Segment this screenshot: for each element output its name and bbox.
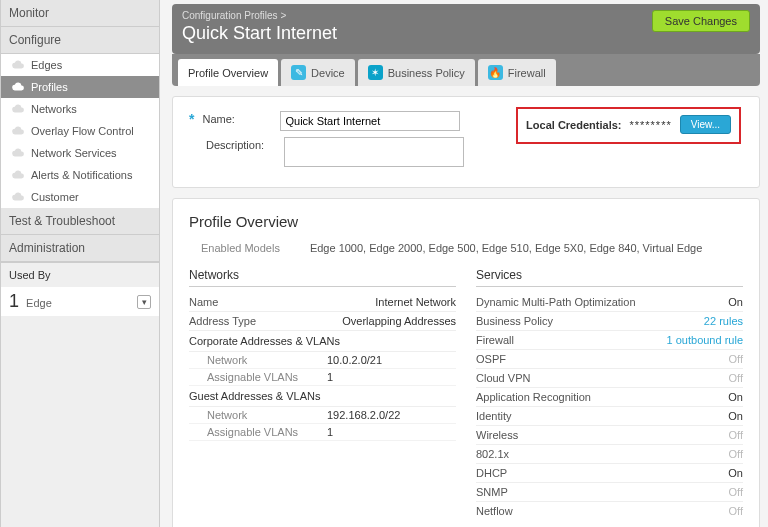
policy-icon: ✶	[368, 65, 383, 80]
service-key: Application Recognition	[476, 391, 591, 403]
header-bar: Configuration Profiles > Quick Start Int…	[172, 4, 760, 54]
addr-type-value: Overlapping Addresses	[342, 315, 456, 327]
left-nav: Monitor Configure Edges Profiles Network…	[0, 0, 160, 527]
service-row: Dynamic Multi-Path OptimizationOn	[476, 293, 743, 312]
services-title: Services	[476, 268, 743, 282]
local-credentials-box: Local Credentials: ******** View...	[516, 107, 741, 144]
corp-vlan-label: Assignable VLANs	[207, 371, 327, 383]
cloud-icon	[11, 148, 25, 158]
cloud-icon	[11, 170, 25, 180]
service-row: IdentityOn	[476, 407, 743, 426]
networks-title: Networks	[189, 268, 456, 282]
nav-item-profiles[interactable]: Profiles	[1, 76, 159, 98]
nav-section-test[interactable]: Test & Troubleshoot	[1, 208, 159, 235]
enabled-models-label: Enabled Models	[201, 242, 280, 254]
name-input[interactable]	[280, 111, 460, 131]
tab-profile-overview[interactable]: Profile Overview	[178, 59, 278, 86]
service-value: On	[728, 410, 743, 422]
service-row: Firewall1 outbound rule	[476, 331, 743, 350]
nav-item-label: Profiles	[31, 81, 68, 93]
cloud-icon	[11, 60, 25, 70]
service-value: Off	[729, 372, 743, 384]
main-area: Configuration Profiles > Quick Start Int…	[160, 0, 768, 527]
view-credentials-button[interactable]: View...	[680, 115, 731, 134]
service-row: WirelessOff	[476, 426, 743, 445]
save-changes-button[interactable]: Save Changes	[652, 10, 750, 32]
service-value: On	[728, 296, 743, 308]
service-value: Off	[729, 505, 743, 517]
service-row: 802.1xOff	[476, 445, 743, 464]
service-key: Firewall	[476, 334, 514, 346]
nav-section-admin[interactable]: Administration	[1, 235, 159, 262]
service-key: Cloud VPN	[476, 372, 530, 384]
nav-section-monitor[interactable]: Monitor	[1, 0, 159, 27]
net-name-value: Internet Network	[375, 296, 456, 308]
service-key: Business Policy	[476, 315, 553, 327]
nav-item-label: Alerts & Notifications	[31, 169, 132, 181]
tab-business-policy[interactable]: ✶ Business Policy	[358, 59, 475, 86]
service-value: Off	[729, 448, 743, 460]
guest-net-label: Network	[207, 409, 327, 421]
service-row: Business Policy22 rules	[476, 312, 743, 331]
nav-section-configure[interactable]: Configure	[1, 27, 159, 54]
tabs-band: Profile Overview ✎ Device ✶ Business Pol…	[172, 54, 760, 86]
nav-item-label: Edges	[31, 59, 62, 71]
corp-vlan-value: 1	[327, 371, 333, 383]
nav-item-label: Network Services	[31, 147, 117, 159]
service-value: Off	[729, 353, 743, 365]
wrench-icon: ✎	[291, 65, 306, 80]
service-value: On	[728, 467, 743, 479]
service-row: Application RecognitionOn	[476, 388, 743, 407]
credentials-mask: ********	[629, 119, 671, 131]
description-input[interactable]	[284, 137, 464, 167]
service-value: On	[728, 391, 743, 403]
service-row: NetflowOff	[476, 502, 743, 520]
corp-net-value: 10.0.2.0/21	[327, 354, 382, 366]
tab-label: Firewall	[508, 67, 546, 79]
tab-label: Business Policy	[388, 67, 465, 79]
nav-item-networks[interactable]: Networks	[1, 98, 159, 120]
corp-section-title: Corporate Addresses & VLANs	[189, 331, 456, 352]
required-icon: *	[189, 111, 194, 127]
nav-item-customer[interactable]: Customer	[1, 186, 159, 208]
service-key: SNMP	[476, 486, 508, 498]
cloud-icon	[11, 126, 25, 136]
tab-label: Profile Overview	[188, 67, 268, 79]
used-by-count: 1	[9, 291, 19, 311]
nav-item-label: Overlay Flow Control	[31, 125, 134, 137]
service-key: OSPF	[476, 353, 506, 365]
name-label: Name:	[202, 111, 272, 125]
cloud-icon	[11, 104, 25, 114]
service-value[interactable]: 1 outbound rule	[667, 334, 743, 346]
nav-item-label: Customer	[31, 191, 79, 203]
guest-section-title: Guest Addresses & VLANs	[189, 386, 456, 407]
used-by-row[interactable]: 1 Edge ▾	[1, 287, 159, 316]
services-column: Services Dynamic Multi-Path Optimization…	[476, 268, 743, 520]
service-row: DHCPOn	[476, 464, 743, 483]
overview-panel: Profile Overview Enabled Models Edge 100…	[172, 198, 760, 527]
tab-device[interactable]: ✎ Device	[281, 59, 355, 86]
service-value[interactable]: 22 rules	[704, 315, 743, 327]
service-key: Wireless	[476, 429, 518, 441]
addr-type-key: Address Type	[189, 315, 256, 327]
nav-item-label: Networks	[31, 103, 77, 115]
firewall-icon: 🔥	[488, 65, 503, 80]
net-name-key: Name	[189, 296, 218, 308]
nav-item-alerts[interactable]: Alerts & Notifications	[1, 164, 159, 186]
service-row: OSPFOff	[476, 350, 743, 369]
nav-item-netservices[interactable]: Network Services	[1, 142, 159, 164]
service-value: Off	[729, 486, 743, 498]
tab-firewall[interactable]: 🔥 Firewall	[478, 59, 556, 86]
cloud-icon	[11, 82, 25, 92]
nav-item-edges[interactable]: Edges	[1, 54, 159, 76]
enabled-models-value: Edge 1000, Edge 2000, Edge 500, Edge 510…	[310, 242, 702, 254]
guest-vlan-label: Assignable VLANs	[207, 426, 327, 438]
service-key: 802.1x	[476, 448, 509, 460]
guest-vlan-value: 1	[327, 426, 333, 438]
service-row: SNMPOff	[476, 483, 743, 502]
local-credentials-label: Local Credentials:	[526, 119, 621, 131]
chevron-down-icon[interactable]: ▾	[137, 295, 151, 309]
corp-net-label: Network	[207, 354, 327, 366]
service-row: Cloud VPNOff	[476, 369, 743, 388]
nav-item-overlay[interactable]: Overlay Flow Control	[1, 120, 159, 142]
